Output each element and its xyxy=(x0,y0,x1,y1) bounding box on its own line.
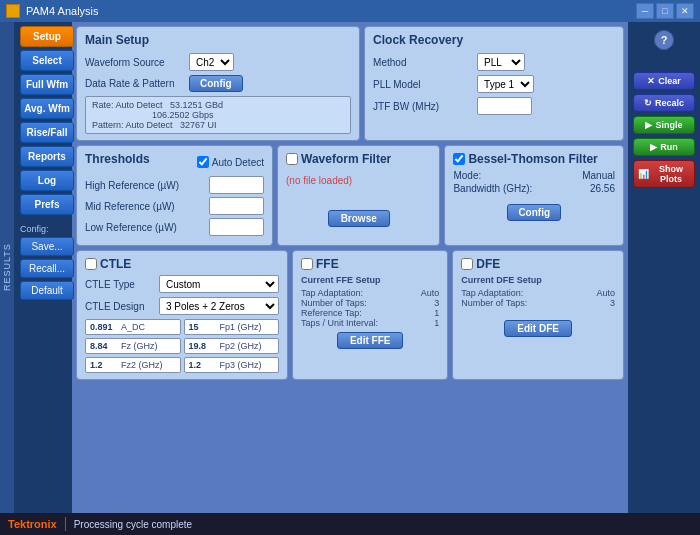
minimize-button[interactable]: ─ xyxy=(636,3,654,19)
app-icon xyxy=(6,4,20,18)
low-ref-input[interactable]: 260,4 xyxy=(209,218,264,236)
sidebar-item-log[interactable]: Log xyxy=(20,170,74,191)
dfe-panel: DFE Current DFE Setup Tap Adaptation:Aut… xyxy=(452,250,624,380)
high-ref-label: High Reference (µW) xyxy=(85,180,205,191)
sidebar-item-select[interactable]: Select xyxy=(20,50,74,71)
ffe-panel: FFE Current FFE Setup Tap Adaptation:Aut… xyxy=(292,250,448,380)
left-sidebar: RESULTS Setup Select Full Wfm Avg. Wfm R… xyxy=(0,22,72,513)
title-bar: PAM4 Analysis ─ □ ✕ xyxy=(0,0,700,22)
help-button[interactable]: ? xyxy=(654,30,674,50)
ffe-checkbox[interactable] xyxy=(301,258,313,270)
ctle-label[interactable]: CTLE xyxy=(85,257,131,271)
waveform-source-label: Waveform Source xyxy=(85,57,185,68)
status-bar: Tektronix Processing cycle complete xyxy=(0,513,700,535)
bessel-config-button[interactable]: Config xyxy=(507,204,561,221)
thresholds-title: Thresholds xyxy=(85,152,150,166)
status-separator xyxy=(65,517,66,531)
mid-ref-label: Mid Reference (µW) xyxy=(85,201,205,212)
single-icon: ▶ xyxy=(645,120,652,130)
ctle-cell-fp1: 15 Fp1 (GHz) xyxy=(184,319,280,335)
ctle-cell-fp3: 1.2 Fp3 (GHz) xyxy=(184,357,280,373)
method-select[interactable]: PLLCDR xyxy=(477,53,525,71)
mid-ref-input[interactable]: 451.9 xyxy=(209,197,264,215)
single-button[interactable]: ▶ Single xyxy=(633,116,695,134)
dfe-current-setup: Current DFE Setup xyxy=(461,275,615,285)
ffe-label[interactable]: FFE xyxy=(301,257,339,271)
auto-detect-checkbox[interactable] xyxy=(197,156,209,168)
left-bottom-buttons: Config: Save... Recall... Default xyxy=(20,220,74,300)
sidebar-item-reports[interactable]: Reports xyxy=(20,146,74,167)
waveform-filter-panel: Waveform Filter (no file loaded) Browse xyxy=(277,145,440,246)
show-plots-icon: 📊 xyxy=(638,169,649,179)
recalc-button[interactable]: ↻ Recalc xyxy=(633,94,695,112)
main-setup-title: Main Setup xyxy=(85,33,351,47)
tektronix-logo: Tektronix xyxy=(8,518,57,530)
main-content: Main Setup Waveform Source Ch2Ch1Ch3Ch4 … xyxy=(72,22,628,513)
waveform-filter-label[interactable]: Waveform Filter xyxy=(286,152,391,166)
clock-recovery-title: Clock Recovery xyxy=(373,33,615,47)
ctle-type-select[interactable]: CustomStandard xyxy=(159,275,279,293)
clear-icon: ✕ xyxy=(647,76,655,86)
close-button[interactable]: ✕ xyxy=(676,3,694,19)
bessel-mode-value: Manual xyxy=(582,170,615,181)
maximize-button[interactable]: □ xyxy=(656,3,674,19)
clock-recovery-panel: Clock Recovery Method PLLCDR PLL Model T… xyxy=(364,26,624,141)
ctle-design-label: CTLE Design xyxy=(85,301,155,312)
recalc-icon: ↻ xyxy=(644,98,652,108)
edit-dfe-button[interactable]: Edit DFE xyxy=(504,320,572,337)
ctle-cell-adc: 0.891 A_DC xyxy=(85,319,181,335)
ctle-cell-fp2: 19.8 Fp2 (GHz) xyxy=(184,338,280,354)
pll-model-select[interactable]: Type 1Type 2 xyxy=(477,75,534,93)
window-title: PAM4 Analysis xyxy=(26,5,99,17)
rate-pattern-area: Rate: Auto Detect 53.1251 GBd 106.2502 G… xyxy=(85,96,351,134)
config-label: Config: xyxy=(20,224,74,234)
auto-detect-label[interactable]: Auto Detect xyxy=(197,156,264,168)
jtf-bw-input[interactable]: 3.035 xyxy=(477,97,532,115)
waveform-source-select[interactable]: Ch2Ch1Ch3Ch4 xyxy=(189,53,234,71)
sidebar-item-prefs[interactable]: Prefs xyxy=(20,194,74,215)
bessel-bw-label: Bandwidth (GHz): xyxy=(453,183,532,194)
ctle-grid: 0.891 A_DC 15 Fp1 (GHz) 8.84 Fz (GHz) 19… xyxy=(85,319,279,373)
sidebar-item-rise-fall[interactable]: Rise/Fall xyxy=(20,122,74,143)
bessel-filter-checkbox[interactable] xyxy=(453,153,465,165)
ctle-panel: CTLE CTLE Type CustomStandard CTLE Desig… xyxy=(76,250,288,380)
jtf-bw-label: JTF BW (MHz) xyxy=(373,101,473,112)
thresholds-panel: Thresholds Auto Detect High Reference (µ… xyxy=(76,145,273,246)
data-rate-config-button[interactable]: Config xyxy=(189,75,243,92)
waveform-filter-checkbox[interactable] xyxy=(286,153,298,165)
run-icon: ▶ xyxy=(650,142,657,152)
method-label: Method xyxy=(373,57,473,68)
ctle-cell-fz2: 1.2 Fz2 (GHz) xyxy=(85,357,181,373)
run-button[interactable]: ▶ Run xyxy=(633,138,695,156)
bessel-filter-label[interactable]: Bessel-Thomson Filter xyxy=(453,152,597,166)
ctle-checkbox[interactable] xyxy=(85,258,97,270)
show-plots-button[interactable]: 📊 Show Plots xyxy=(633,160,695,188)
ctle-cell-fz: 8.84 Fz (GHz) xyxy=(85,338,181,354)
main-setup-panel: Main Setup Waveform Source Ch2Ch1Ch3Ch4 … xyxy=(76,26,360,141)
sidebar-item-avg-wfm[interactable]: Avg. Wfm xyxy=(20,98,74,119)
bessel-thomson-panel: Bessel-Thomson Filter Mode: Manual Bandw… xyxy=(444,145,624,246)
ctle-design-select[interactable]: 3 Poles + 2 Zeros2 Poles + 1 Zero xyxy=(159,297,279,315)
ffe-current-setup: Current FFE Setup xyxy=(301,275,439,285)
low-ref-label: Low Reference (µW) xyxy=(85,222,205,233)
bessel-mode-label: Mode: xyxy=(453,170,481,181)
right-sidebar: ? ✕ Clear ↻ Recalc ▶ Single ▶ Run 📊 Show… xyxy=(628,22,700,513)
default-button[interactable]: Default xyxy=(20,281,74,300)
clear-button[interactable]: ✕ Clear xyxy=(633,72,695,90)
sidebar-item-setup[interactable]: Setup xyxy=(20,26,74,47)
dfe-checkbox[interactable] xyxy=(461,258,473,270)
status-message: Processing cycle complete xyxy=(74,519,192,530)
sidebar-buttons: Setup Select Full Wfm Avg. Wfm Rise/Fall… xyxy=(20,26,74,300)
edit-ffe-button[interactable]: Edit FFE xyxy=(337,332,404,349)
save-button[interactable]: Save... xyxy=(20,237,74,256)
dfe-label[interactable]: DFE xyxy=(461,257,500,271)
no-file-text: (no file loaded) xyxy=(286,175,352,186)
recall-button[interactable]: Recall... xyxy=(20,259,74,278)
sidebar-item-full-wfm[interactable]: Full Wfm xyxy=(20,74,74,95)
browse-button[interactable]: Browse xyxy=(328,210,390,227)
results-label: RESULTS xyxy=(0,22,14,513)
bessel-bw-value: 26.56 xyxy=(590,183,615,194)
pll-model-label: PLL Model xyxy=(373,79,473,90)
high-ref-input[interactable]: 642.1 xyxy=(209,176,264,194)
data-rate-label: Data Rate & Pattern xyxy=(85,78,185,89)
